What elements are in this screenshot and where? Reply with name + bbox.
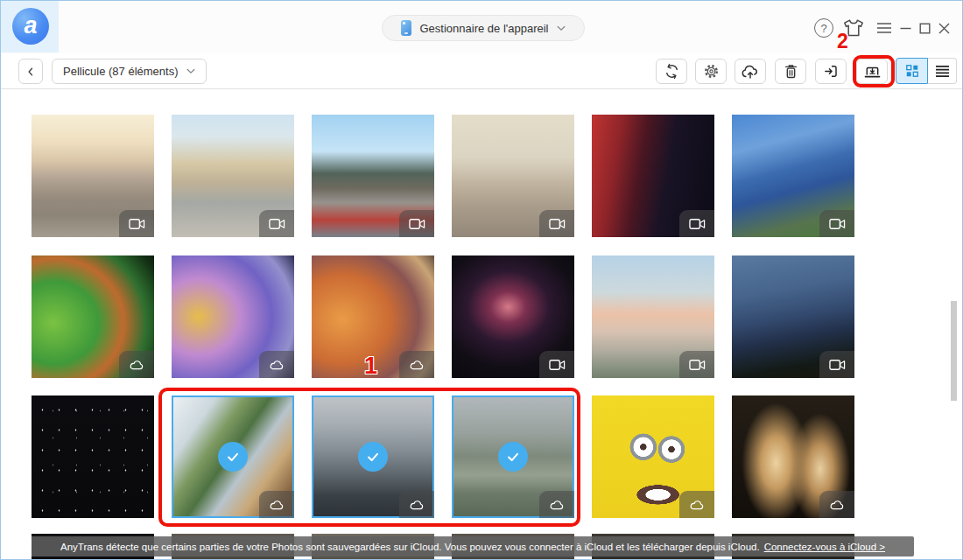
refresh-button[interactable] [656,59,687,84]
photo-thumbnail-plant-window-desk[interactable] [172,396,294,518]
cloud-badge-icon [689,499,705,511]
cloud-badge [819,491,854,518]
video-badge [259,210,294,237]
video-badge-icon [689,359,706,371]
photo-thumbnail-plaza-sculpture[interactable] [172,115,294,237]
photo-thumbnail-dusk-sky-trees[interactable] [732,256,854,378]
minimize-icon [900,23,911,34]
annotation-step-2: 2 [837,32,848,52]
video-badge-icon [409,218,425,230]
maximize-icon [919,23,931,34]
help-button[interactable]: ? [814,18,833,38]
download-to-computer-button[interactable] [856,59,888,84]
selection-checkmark [498,442,528,472]
titlebar: a Gestionnaire de l'appareil ? [1,1,962,54]
refresh-icon [664,63,680,80]
menu-button[interactable] [876,22,892,34]
photo-thumbnail-fireworks[interactable] [732,396,854,518]
photo-thumbnail-city-aerial-intersection[interactable] [452,396,574,518]
device-manager-label: Gestionnaire de l'appareil [419,22,548,35]
list-view-icon [935,65,950,78]
photo-thumbnail-purple-swirl-wallpaper[interactable] [172,256,294,378]
video-badge-icon [689,218,706,230]
view-switcher [896,58,957,84]
album-dropdown[interactable]: Pellicule (87 éléments) [52,59,207,84]
photo-thumbnail-bell-tower[interactable] [312,115,434,237]
grid-view-icon [905,64,919,78]
anytrans-window: a Gestionnaire de l'appareil ? [0,0,963,560]
send-to-device-button[interactable] [815,59,847,84]
maximize-button[interactable] [919,23,931,34]
cloud-upload-button[interactable] [735,59,766,84]
video-badge-icon [269,218,285,230]
cloud-badge [399,351,434,378]
download-to-computer-icon [863,64,882,80]
device-manager-dropdown[interactable]: Gestionnaire de l'appareil [382,15,585,41]
photo-thumbnail-glass-tower-lawn[interactable] [732,115,854,237]
close-button[interactable] [938,23,950,34]
photo-thumbnail-city-wall-sunset[interactable] [32,115,154,237]
cloud-upload-icon [741,64,760,80]
chevron-down-icon [186,68,195,74]
settings-button[interactable] [695,59,727,84]
video-badge [819,210,854,237]
back-button[interactable] [18,59,43,84]
video-badge [119,210,154,237]
gear-icon [703,63,720,80]
photo-thumbnail-night-street[interactable] [592,115,714,237]
hamburger-menu-icon [876,22,892,34]
send-to-device-icon [823,63,840,80]
checkmark-icon [225,449,241,465]
chevron-down-icon [557,25,566,32]
icloud-banner-message: AnyTrans détecte que certains parties de… [60,542,760,552]
checkmark-icon [365,449,381,465]
minimize-button[interactable] [900,23,911,34]
album-label: Pellicule (87 éléments) [63,65,179,78]
scrollbar-thumb[interactable] [951,301,957,401]
cloud-badge [259,351,294,378]
video-badge-icon [549,359,566,371]
list-view-button[interactable] [928,58,957,84]
video-badge [679,210,714,237]
video-badge [399,210,434,237]
video-badge-icon [829,359,846,371]
photo-thumbnail-minion-wallpaper[interactable] [592,396,714,518]
cloud-badge-icon [129,359,144,371]
logo-letter: a [24,14,37,38]
cloud-badge-icon [409,499,425,511]
app-logo: a [1,1,59,52]
help-glyph: ? [820,22,826,35]
trash-icon [784,63,798,80]
back-chevron-icon [25,66,36,78]
annotation-step-1: 1 [364,354,377,378]
grid-view-button[interactable] [896,58,928,84]
phone-icon [401,20,411,36]
photo-thumbnail-green-swirl-wallpaper[interactable] [32,256,154,378]
cloud-badge-icon [829,499,845,511]
photo-thumbnail-city-aerial-towers[interactable] [312,396,434,518]
photo-thumbnail-starry-night[interactable] [32,396,154,518]
video-badge [539,351,574,378]
cloud-badge-icon [549,499,565,511]
photo-thumbnail-fountain-pagoda[interactable] [452,115,574,237]
icloud-connect-link[interactable]: Connectez-vous à iCloud > [764,542,885,552]
cloud-badge [539,491,574,518]
cloud-badge-icon [269,359,285,371]
cloud-badge [259,491,294,518]
selection-checkmark [358,442,388,472]
photo-thumbnail-pink-cloud-city[interactable] [592,256,714,378]
video-badge [539,210,574,237]
video-badge-icon [129,218,145,230]
video-badge [819,351,854,378]
video-badge-icon [829,218,846,230]
video-badge [679,351,714,378]
checkmark-icon [505,449,521,465]
selection-checkmark [218,442,248,472]
cloud-badge-icon [269,499,285,511]
photo-thumbnail-concert-stage[interactable] [452,256,574,378]
icloud-banner: AnyTrans détecte que certains parties de… [32,536,914,556]
help-icon: ? [814,18,833,38]
delete-button[interactable] [775,59,806,84]
close-icon [938,23,950,34]
cloud-badge-icon [409,359,425,371]
